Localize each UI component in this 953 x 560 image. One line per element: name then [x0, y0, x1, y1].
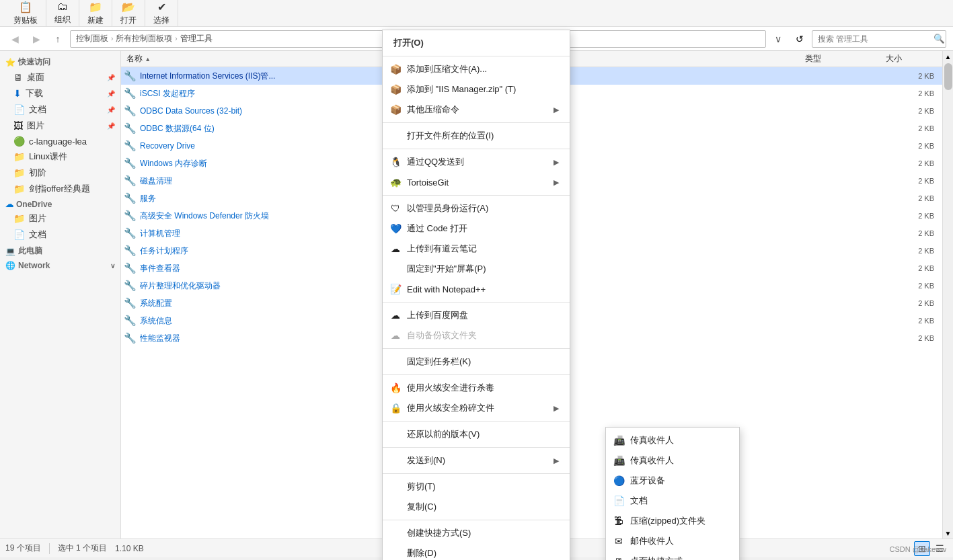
menu-item-restore[interactable]: 还原以前的版本(V): [383, 424, 570, 444]
search-button[interactable]: 🔍: [930, 30, 948, 48]
file-icon: 🔧: [124, 140, 136, 152]
file-name: 性能监视器: [140, 333, 393, 344]
onedrive-icon: ☁: [5, 200, 13, 209]
menu-item-youdao[interactable]: ☁ 上传到有道云笔记: [383, 239, 570, 259]
sidebar-jianzhioffer-label: 剑指offer经典题: [29, 183, 115, 195]
submenu-label-desktop-shortcut: 桌面快捷方式: [630, 555, 728, 560]
menu-item-delete[interactable]: 删除(D): [383, 543, 570, 560]
sidebar-section-onedrive[interactable]: ☁ OneDrive: [0, 197, 120, 210]
submenu-label-fax1: 传真收件人: [630, 434, 728, 446]
menu-item-pin-start[interactable]: 固定到"开始"屏幕(P): [383, 259, 570, 279]
forward-button[interactable]: ▶: [27, 30, 46, 48]
clang-icon: 🟢: [13, 136, 25, 147]
menu-item-open-code[interactable]: 💙 通过 Code 打开: [383, 218, 570, 239]
sidebar-item-od-documents[interactable]: 📄 文档: [0, 227, 120, 243]
menu-item-run-admin[interactable]: 🛡 以管理员身份运行(A): [383, 198, 570, 218]
menu-item-copy[interactable]: 复制(C): [383, 497, 570, 517]
menu-icon-youdao: ☁: [389, 243, 402, 255]
menu-icon-add-zip: 📦: [389, 63, 402, 75]
submenu-item-fax2[interactable]: 📠 传真收件人: [606, 450, 739, 471]
menu-item-other-zip[interactable]: 📦 其他压缩命令 ▶: [383, 99, 570, 120]
menu-item-pin-taskbar[interactable]: 固定到任务栏(K): [383, 352, 570, 372]
refresh-button[interactable]: ↺: [790, 30, 809, 48]
menu-item-notepadpp[interactable]: 📝 Edit with Notepad++: [383, 279, 570, 299]
menu-item-send-to[interactable]: 发送到(N) ▶: [383, 450, 570, 471]
submenu-item-fax1[interactable]: 📠 传真收件人: [606, 430, 739, 450]
toolbar-open[interactable]: 📂 打开: [112, 0, 145, 26]
menu-separator: [383, 421, 570, 422]
sidebar-item-documents[interactable]: 📄 文档 📌: [0, 102, 120, 118]
col-header-type[interactable]: 类型: [805, 53, 886, 65]
file-name: 任务计划程序: [140, 245, 393, 257]
file-icon: 🔧: [124, 87, 136, 99]
menu-item-add-zip-iis[interactable]: 📦 添加到 "IIS Manager.zip" (T): [383, 79, 570, 99]
menu-item-qq-send[interactable]: 🐧 通过QQ发送到 ▶: [383, 152, 570, 172]
toolbar-select[interactable]: ✔ 选择: [145, 0, 178, 26]
sidebar-item-downloads[interactable]: ⬇ 下载 📌: [0, 85, 120, 102]
back-button[interactable]: ◀: [5, 30, 24, 48]
file-icon: 🔧: [124, 157, 136, 169]
col-header-size[interactable]: 大小: [886, 53, 940, 65]
sidebar-linux-label: Linux课件: [29, 151, 115, 163]
submenu-item-zip-folder[interactable]: 🗜 压缩(zipped)文件夹: [606, 511, 739, 531]
menu-icon-open-location: [389, 130, 402, 142]
sidebar-pictures-label: 图片: [27, 120, 103, 132]
menu-item-cut[interactable]: 剪切(T): [383, 477, 570, 497]
sidebar-item-beginner[interactable]: 📁 初阶: [0, 165, 120, 181]
submenu-label-zip-folder: 压缩(zipped)文件夹: [630, 515, 728, 527]
menu-item-add-zip[interactable]: 📦 添加到压缩文件(A)...: [383, 59, 570, 79]
sidebar-item-desktop[interactable]: 🖥 桌面 📌: [0, 69, 120, 85]
menu-item-baidu[interactable]: ☁ 上传到百度网盘: [383, 305, 570, 325]
toolbar-clipboard[interactable]: 📋 剪贴板: [5, 0, 46, 26]
file-size: 2 KB: [886, 159, 940, 167]
menu-label-restore: 还原以前的版本(V): [407, 428, 559, 440]
pin-icon-documents: 📌: [107, 106, 115, 114]
file-name: 磁盘清理: [140, 175, 393, 187]
file-icon: 🔧: [124, 105, 136, 117]
breadcrumb-item-3: 管理工具: [180, 33, 213, 44]
menu-separator: [383, 122, 570, 123]
toolbar-new-label: 新建: [87, 15, 104, 26]
sidebar-item-od-pictures[interactable]: 📁 图片: [0, 210, 120, 227]
dropdown-button[interactable]: ∨: [769, 30, 788, 48]
sidebar-item-pictures[interactable]: 🖼 图片 📌: [0, 118, 120, 134]
context-menu: 打开(O) 📦 添加到压缩文件(A)... 📦 添加到 "IIS Manager…: [382, 30, 570, 560]
toolbar-organize[interactable]: 🗂 组织: [46, 0, 79, 26]
menu-label-pin-taskbar: 固定到任务栏(K): [407, 356, 559, 368]
toolbar-new[interactable]: 📁 新建: [79, 0, 112, 26]
submenu-item-documents[interactable]: 📄 文档: [606, 491, 739, 511]
menu-item-open-location[interactable]: 打开文件所在的位置(I): [383, 126, 570, 146]
file-size: 2 KB: [886, 282, 940, 290]
context-menu-header[interactable]: 打开(O): [383, 33, 570, 53]
toolbar-organize-label: 组织: [54, 14, 71, 26]
file-icon: 🔧: [124, 122, 136, 134]
vertical-scrollbar[interactable]: ▲ ▼: [942, 51, 953, 538]
file-icon: 🔧: [124, 315, 136, 327]
scrollbar-up-btn[interactable]: ▲: [944, 52, 952, 61]
up-button[interactable]: ↑: [48, 30, 67, 48]
sidebar-section-network[interactable]: 🌐 Network ∨: [0, 258, 120, 272]
menu-item-hj-kill[interactable]: 🔥 使用火绒安全进行杀毒: [383, 378, 570, 398]
clipboard-icon: 📋: [19, 1, 32, 13]
menu-item-hj-shred[interactable]: 🔒 使用火绒安全粉碎文件 ▶: [383, 398, 570, 418]
menu-icon-create-shortcut: [389, 527, 402, 539]
sidebar-section-thispc[interactable]: 💻 此电脑: [0, 243, 120, 258]
menu-item-tortoisegit[interactable]: 🐢 TortoiseGit ▶: [383, 172, 570, 192]
scrollbar-thumb[interactable]: [944, 63, 952, 90]
file-size: 2 KB: [886, 177, 940, 185]
scrollbar-down-btn[interactable]: ▼: [944, 529, 952, 537]
sidebar-item-linux[interactable]: 📁 Linux课件: [0, 149, 120, 165]
submenu-item-bluetooth[interactable]: 🔵 蓝牙设备: [606, 471, 739, 491]
menu-separator: [383, 348, 570, 349]
col-header-name[interactable]: 名称 ▲: [124, 53, 393, 65]
sidebar-section-quick-access[interactable]: ⭐ 快速访问: [0, 54, 120, 69]
menu-item-create-shortcut[interactable]: 创建快捷方式(S): [383, 523, 570, 543]
submenu-item-desktop-shortcut[interactable]: 🖥 桌面快捷方式: [606, 551, 739, 560]
submenu-items-container: 📠 传真收件人 📠 传真收件人 🔵 蓝牙设备 📄 文档 🗜 压缩(zipped)…: [606, 430, 739, 560]
menu-icon-tortoisegit: 🐢: [389, 176, 402, 188]
menu-label-youdao: 上传到有道云笔记: [407, 243, 559, 255]
sidebar-item-jianzhioffer[interactable]: 📁 剑指offer经典题: [0, 181, 120, 197]
sidebar-item-clang[interactable]: 🟢 c-language-lea: [0, 134, 120, 149]
search-input[interactable]: [812, 30, 946, 48]
submenu-item-mail[interactable]: ✉ 邮件收件人: [606, 531, 739, 551]
